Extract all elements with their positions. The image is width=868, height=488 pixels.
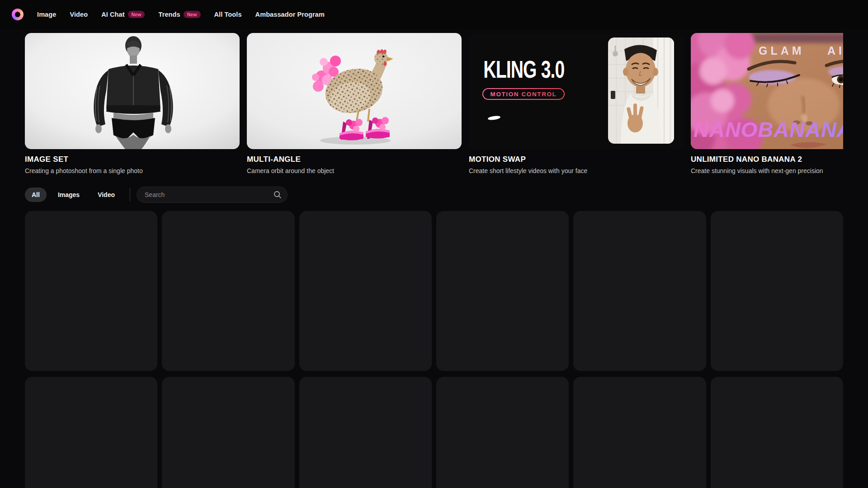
tab-video[interactable]: Video xyxy=(91,188,122,202)
nav-item-ambassador-program[interactable]: Ambassador Program xyxy=(255,11,325,18)
top-nav: Image Video AI Chat New Trends New All T… xyxy=(0,0,868,29)
featured-subtitle: Creating a photoshoot from a single phot… xyxy=(25,167,240,174)
nav-item-label: Video xyxy=(70,11,88,18)
featured-thumbnail xyxy=(247,33,462,149)
search-box xyxy=(137,187,288,203)
search-input[interactable] xyxy=(137,187,288,203)
featured-subtitle: Create stunning visuals with next-gen pr… xyxy=(691,167,843,174)
kling-promo-graphic: KLING 3.0 MOTION CONTROL xyxy=(469,33,684,149)
grid-placeholder xyxy=(299,377,432,488)
main-content: IMAGE SET Creating a photoshoot from a s… xyxy=(25,33,843,488)
selfie-video-thumbnail xyxy=(608,38,674,144)
grid-placeholder xyxy=(436,211,569,371)
featured-card-motion-swap[interactable]: KLING 3.0 MOTION CONTROL xyxy=(469,33,684,174)
app-logo-icon[interactable] xyxy=(12,9,24,20)
nav-item-label: Ambassador Program xyxy=(255,11,325,18)
vertical-divider xyxy=(130,188,130,202)
new-badge: New xyxy=(128,11,145,19)
featured-title: MOTION SWAP xyxy=(469,155,684,164)
featured-subtitle: Camera orbit around the object xyxy=(247,167,462,174)
nav-item-all-tools[interactable]: All Tools xyxy=(214,11,242,18)
bw-model-photo xyxy=(25,33,240,149)
grid-placeholder xyxy=(299,211,432,371)
filter-bar: All Images Video xyxy=(25,187,843,203)
content-grid xyxy=(25,211,843,488)
kling-headline-text: KLING 3.0 xyxy=(483,56,564,83)
glam-rhinestone-text: GLAM xyxy=(759,44,805,57)
nav-item-label: AI Chat xyxy=(101,11,124,18)
featured-subtitle: Create short lifestyle videos with your … xyxy=(469,167,684,174)
nav-item-video[interactable]: Video xyxy=(70,11,88,18)
featured-title: MULTI-ANGLE xyxy=(247,155,462,164)
featured-carousel: IMAGE SET Creating a photoshoot from a s… xyxy=(25,33,843,174)
grid-placeholder xyxy=(711,377,843,488)
grid-placeholder xyxy=(573,211,706,371)
nav-item-label: All Tools xyxy=(214,11,242,18)
grid-placeholder xyxy=(436,377,569,488)
grid-placeholder xyxy=(25,377,157,488)
grid-placeholder xyxy=(25,211,157,371)
featured-card-image-set[interactable]: IMAGE SET Creating a photoshoot from a s… xyxy=(25,33,240,174)
featured-thumbnail: KLING 3.0 MOTION CONTROL xyxy=(469,33,684,149)
nav-item-label: Trends xyxy=(158,11,180,18)
tab-images[interactable]: Images xyxy=(51,188,86,202)
featured-card-multi-angle[interactable]: MULTI-ANGLE Camera orbit around the obje… xyxy=(247,33,462,174)
featured-title: UNLIMITED NANO BANANA 2 xyxy=(691,155,843,164)
nanobanana-glam-photo: GLAM AI NANOBANANA xyxy=(691,33,843,149)
grid-placeholder xyxy=(162,377,294,488)
featured-thumbnail xyxy=(25,33,240,149)
nav-item-ai-chat[interactable]: AI Chat New xyxy=(101,11,145,19)
motion-control-text: MOTION CONTROL xyxy=(491,91,557,98)
nav-item-image[interactable]: Image xyxy=(37,11,56,18)
grid-placeholder xyxy=(162,211,294,371)
grid-placeholder xyxy=(573,377,706,488)
nav-item-trends[interactable]: Trends New xyxy=(158,11,200,19)
featured-title: IMAGE SET xyxy=(25,155,240,164)
tab-all[interactable]: All xyxy=(25,188,47,202)
new-badge: New xyxy=(184,11,201,19)
ai-rhinestone-text: AI xyxy=(827,44,843,57)
featured-card-nano-banana[interactable]: GLAM AI NANOBANANA UNLIMITED NANO BANANA… xyxy=(691,33,843,174)
nav-item-label: Image xyxy=(37,11,56,18)
grid-placeholder xyxy=(711,211,843,371)
chicken-heels-photo xyxy=(247,33,462,149)
nanobanana-headline-text: NANOBANANA xyxy=(693,117,843,141)
featured-thumbnail: GLAM AI NANOBANANA xyxy=(691,33,843,149)
